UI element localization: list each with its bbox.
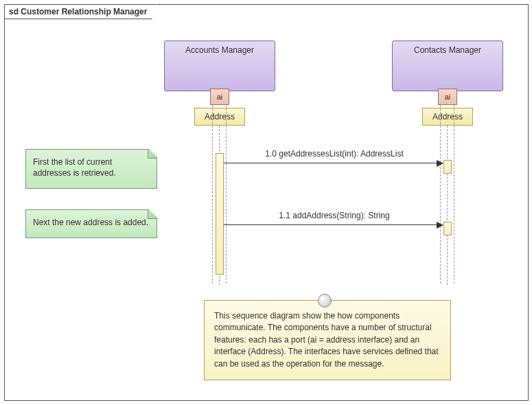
explanation-note: This sequence diagram show the how compo…: [204, 300, 451, 380]
message-label: 1.0 getAddressesList(int): AddressList: [231, 149, 437, 159]
message-arrow: [224, 224, 443, 225]
message-arrow: [224, 163, 443, 163]
note-text: Next the new address is added.: [33, 218, 148, 227]
participant-label: Accounts Manager: [185, 45, 254, 55]
port-label: ai: [445, 93, 451, 101]
activation-accounts: [216, 153, 224, 275]
note-fold-icon: [148, 210, 157, 219]
message-label: 1.1 addAddress(String): String: [231, 211, 437, 220]
interface-label: Address: [205, 112, 235, 121]
lifeline: [454, 105, 454, 284]
sequence-frame: sd Customer Relationship Manager Account…: [4, 4, 529, 401]
participant-contacts-manager: Contacts Manager: [392, 40, 503, 91]
participant-label: Contacts Manager: [414, 45, 481, 55]
lifeline: [226, 105, 227, 284]
frame-prefix: sd: [9, 7, 19, 16]
port-ai-contacts: ai: [438, 89, 457, 105]
interface-address-contacts: Address: [422, 108, 473, 126]
diagram-canvas: sd Customer Relationship Manager Account…: [0, 0, 532, 405]
note-text: This sequence diagram show the how compo…: [214, 311, 439, 369]
activation-contacts-1: [443, 160, 452, 174]
note-anchor-icon: [318, 294, 332, 308]
frame-title-tab: sd Customer Relationship Manager: [4, 4, 160, 19]
lifeline: [447, 126, 448, 285]
activation-contacts-2: [443, 222, 452, 235]
note: Next the new address is added.: [25, 209, 157, 238]
lifeline: [440, 105, 441, 284]
lifeline: [212, 105, 213, 284]
note-text: First the list of current addresses is r…: [33, 157, 116, 178]
frame-title: Customer Relationship Manager: [21, 7, 147, 16]
note-fold-icon: [148, 150, 157, 159]
port-ai-accounts: ai: [210, 89, 229, 105]
participant-accounts-manager: Accounts Manager: [164, 40, 275, 91]
interface-label: Address: [432, 112, 463, 121]
note: First the list of current addresses is r…: [25, 149, 157, 189]
interface-address-accounts: Address: [194, 108, 245, 126]
port-label: ai: [217, 93, 223, 101]
